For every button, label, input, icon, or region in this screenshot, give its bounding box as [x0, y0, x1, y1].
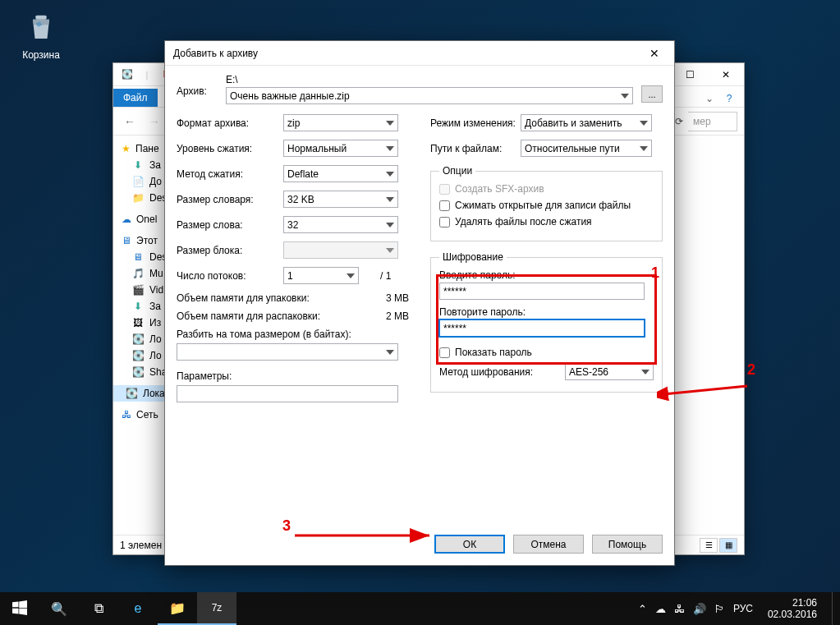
file-menu[interactable]: Файл [113, 89, 158, 107]
enc-method-select[interactable]: AES-256 [565, 363, 654, 380]
method-select[interactable]: Deflate [283, 165, 398, 182]
cancel-button[interactable]: Отмена [513, 535, 584, 554]
tray-volume-icon[interactable]: 🔊 [693, 603, 706, 615]
update-select[interactable]: Добавить и заменить [521, 114, 652, 131]
help-button[interactable]: Помощь [592, 535, 663, 554]
show-desktop-button[interactable] [832, 592, 837, 625]
params-label: Параметры: [177, 370, 409, 382]
clock-date: 02.03.2016 [768, 609, 817, 620]
enc-method-label: Метод шифрования: [439, 366, 533, 378]
show-password-checkbox[interactable]: Показать пароль [439, 347, 654, 358]
help-icon[interactable]: ? [721, 90, 737, 107]
forward-button[interactable]: → [145, 112, 164, 131]
mem-pack-value: 3 MB [386, 292, 409, 304]
taskbar: 🔍 ⧉ e 📁 7z ⌃ ☁ 🖧 🔊 🏳 РУС 21:06 02.03.201… [0, 592, 840, 625]
update-label: Режим изменения: [430, 117, 521, 129]
threads-label: Число потоков: [177, 270, 283, 282]
dict-select[interactable]: 32 KB [283, 191, 398, 208]
paths-label: Пути к файлам: [430, 143, 521, 154]
view-details-icon[interactable]: ☰ [700, 538, 718, 553]
params-input[interactable] [177, 385, 398, 402]
password2-input[interactable] [439, 319, 645, 337]
paths-select[interactable]: Относительные пути [521, 140, 652, 157]
encryption-group: Шифрование Введите пароль: Повторите пар… [430, 251, 663, 393]
recycle-bin-icon [21, 7, 61, 46]
word-label: Размер слова: [177, 219, 283, 231]
explorer-search[interactable]: мер [688, 112, 737, 131]
word-select[interactable]: 32 [283, 216, 398, 233]
encryption-legend: Шифрование [439, 251, 507, 263]
level-select[interactable]: Нормальный [283, 140, 398, 157]
archive-name-select[interactable]: Очень важные данные.zip [226, 87, 633, 104]
tray-network-icon[interactable]: 🖧 [674, 603, 685, 615]
dialog-close-button[interactable]: ✕ [636, 42, 672, 65]
method-label: Метод сжатия: [177, 168, 283, 180]
close-button[interactable]: ✕ [708, 63, 744, 86]
7zip-taskbar-button[interactable]: 7z [197, 592, 236, 625]
view-icons-icon[interactable]: ▦ [719, 538, 737, 553]
recycle-bin-label: Корзина [16, 49, 66, 61]
add-to-archive-dialog: Добавить к архиву ✕ Архив: E:\ Очень важ… [164, 40, 675, 566]
clock-time: 21:06 [768, 597, 817, 609]
mem-unpack-label: Объем памяти для распаковки: [177, 310, 320, 322]
tray-clock[interactable]: 21:06 02.03.2016 [761, 597, 824, 621]
refresh-icon[interactable]: ⟳ [675, 116, 683, 127]
password-input[interactable] [439, 283, 645, 300]
block-label: Размер блока: [177, 245, 283, 256]
threads-select[interactable]: 1 [283, 267, 359, 284]
level-label: Уровень сжатия: [177, 143, 283, 154]
browse-button[interactable]: ... [641, 85, 663, 103]
password2-label: Повторите пароль: [439, 306, 654, 318]
tray-onedrive-icon[interactable]: ☁ [655, 603, 666, 615]
status-text: 1 элемен [120, 540, 162, 551]
threads-max: / 1 [380, 270, 391, 282]
archive-path-text: E:\ [226, 74, 633, 85]
recycle-bin[interactable]: Корзина [16, 7, 66, 61]
tray-language[interactable]: РУС [733, 603, 753, 614]
split-label: Разбить на тома размером (в байтах): [177, 329, 409, 340]
delete-checkbox[interactable]: Удалять файлы после сжатия [439, 216, 654, 227]
sfx-checkbox: Создать SFX-архив [439, 183, 654, 195]
format-select[interactable]: zip [283, 114, 398, 131]
options-group: Опции Создать SFX-архив Сжимать открытые… [430, 165, 663, 241]
taskview-button[interactable]: ⧉ [79, 592, 118, 625]
maximize-button[interactable]: ☐ [672, 63, 708, 86]
dict-label: Размер словаря: [177, 194, 283, 205]
svg-rect-0 [35, 16, 46, 20]
search-button[interactable]: 🔍 [39, 592, 79, 625]
shared-checkbox[interactable]: Сжимать открытые для записи файлы [439, 200, 654, 211]
edge-button[interactable]: e [118, 592, 158, 625]
mem-pack-label: Объем памяти для упаковки: [177, 292, 310, 304]
start-button[interactable] [0, 592, 39, 625]
tray-chevron-icon[interactable]: ⌃ [638, 603, 647, 615]
explorer-taskbar-button[interactable]: 📁 [158, 592, 197, 625]
format-label: Формат архива: [177, 117, 283, 129]
dialog-title: Добавить к архиву [173, 48, 258, 59]
password-label: Введите пароль: [439, 269, 654, 281]
back-button[interactable]: ← [120, 112, 140, 131]
archive-label: Архив: [177, 74, 218, 97]
block-select[interactable] [283, 241, 398, 259]
drive-icon: 💽 [118, 67, 136, 83]
qat-sep: | [138, 67, 156, 83]
ribbon-expand-icon[interactable]: ⌄ [701, 90, 718, 107]
tray-notify-icon[interactable]: 🏳 [714, 603, 725, 615]
ok-button[interactable]: ОК [434, 535, 505, 554]
split-select[interactable] [177, 343, 398, 361]
mem-unpack-value: 2 MB [386, 310, 409, 322]
options-legend: Опции [439, 165, 475, 177]
